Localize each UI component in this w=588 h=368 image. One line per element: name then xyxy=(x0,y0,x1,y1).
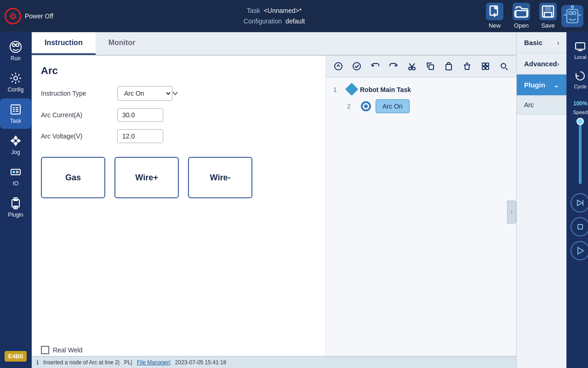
sidebar-io-label: IO xyxy=(13,180,19,187)
sidebar-left: Run Config Task xyxy=(0,32,32,368)
basic-label: Basic xyxy=(524,39,542,46)
toolbar-copy-button[interactable] xyxy=(422,58,438,74)
main-task-label: Robot Main Task xyxy=(360,86,411,93)
power-label: Power Off xyxy=(25,12,53,20)
plugin-chevron-icon: ⌄ xyxy=(554,81,559,89)
far-right-local[interactable]: Local xyxy=(567,37,588,63)
config-value: default xyxy=(285,16,305,26)
sidebar-item-run[interactable]: Run xyxy=(0,36,31,66)
arc-on-block[interactable]: Arc On xyxy=(376,99,410,113)
power-button[interactable]: ⏻ Power Off xyxy=(5,8,53,24)
center-panel: Instruction Monitor Arc Instruction Type… xyxy=(32,32,516,368)
far-right-panel: Local Cycle 100% Speed xyxy=(566,32,588,368)
task-info: Task <Unnamed>* Configuration default xyxy=(63,6,486,26)
toolbar-delete-button[interactable] xyxy=(459,58,475,74)
task-label: Task xyxy=(247,6,260,16)
advanced-chevron-icon: › xyxy=(557,60,559,68)
arc-item[interactable]: Arc xyxy=(517,96,566,115)
toolbar-search-button[interactable] xyxy=(496,58,512,74)
save-label: Save xyxy=(541,22,555,29)
power-icon: ⏻ xyxy=(5,8,21,24)
far-right-cycle[interactable]: Cycle xyxy=(567,66,588,93)
svg-point-14 xyxy=(571,6,574,8)
sidebar-item-task[interactable]: Task xyxy=(0,98,31,129)
save-button[interactable]: Save xyxy=(539,3,557,29)
instruction-type-row: Instruction Type Arc On Arc Off xyxy=(41,86,316,101)
diamond-container xyxy=(347,85,357,95)
instruction-type-select[interactable]: Arc On Arc Off xyxy=(117,86,172,101)
real-weld-checkbox[interactable] xyxy=(41,346,49,354)
sidebar-jog-label: Jog xyxy=(11,149,20,155)
instruction-form: Arc Instruction Type Arc On Arc Off Arc … xyxy=(32,56,326,368)
toolbar-cut-button[interactable] xyxy=(404,58,420,74)
arc-title: Arc xyxy=(41,65,316,77)
svg-point-19 xyxy=(16,44,19,46)
sidebar-item-config[interactable]: Config xyxy=(0,67,31,98)
svg-rect-11 xyxy=(569,12,572,14)
instruction-type-label: Instruction Type xyxy=(41,90,110,97)
local-label: Local xyxy=(574,54,586,60)
svg-point-39 xyxy=(353,63,360,70)
arc-on-circle xyxy=(361,101,371,111)
sidebar-run-label: Run xyxy=(11,55,21,62)
wire-plus-button[interactable]: Wire+ xyxy=(114,157,179,198)
basic-chevron-icon: › xyxy=(557,39,559,46)
toolbar-move-button[interactable] xyxy=(478,58,493,74)
arc-current-input[interactable] xyxy=(117,108,163,122)
toolbar-check-button[interactable] xyxy=(349,58,365,74)
svg-rect-57 xyxy=(578,224,582,229)
sidebar-item-jog[interactable]: Jog xyxy=(0,130,31,160)
tabs: Instruction Monitor xyxy=(32,32,516,56)
collapse-panel-button[interactable]: › xyxy=(507,201,516,224)
advanced-button[interactable]: Advanced › xyxy=(517,53,566,75)
plugin-label: Plugin xyxy=(524,81,545,89)
svg-point-51 xyxy=(501,63,506,68)
speed-slider-track[interactable] xyxy=(579,120,582,184)
sidebar-item-io[interactable]: IO xyxy=(0,161,31,191)
speed-section: 100% Speed xyxy=(573,100,588,186)
main-layout: Run Config Task xyxy=(0,32,588,368)
play-button[interactable] xyxy=(571,241,588,260)
gas-button[interactable]: Gas xyxy=(41,157,105,198)
new-button[interactable]: New xyxy=(486,3,503,29)
skip-forward-button[interactable] xyxy=(571,193,588,213)
config-label: Configuration xyxy=(244,16,282,26)
svg-rect-53 xyxy=(576,43,585,49)
svg-point-41 xyxy=(412,67,415,70)
header: ⏻ Power Off Task <Unnamed>* Configuratio… xyxy=(0,0,588,32)
speed-slider-thumb[interactable] xyxy=(577,118,584,125)
svg-rect-9 xyxy=(544,12,552,17)
tab-instruction[interactable]: Instruction xyxy=(32,32,96,55)
sidebar-task-label: Task xyxy=(10,118,22,124)
toolbar-undo-button[interactable] xyxy=(367,58,383,74)
line-number-2: 2 xyxy=(347,103,356,110)
file-manager-link[interactable]: File Manager| xyxy=(137,359,171,366)
sidebar-bottom: E4B5 xyxy=(5,351,27,364)
arc-voltage-label: Arc Voltage(V) xyxy=(41,132,110,140)
svg-rect-6 xyxy=(516,11,527,17)
arc-voltage-input[interactable] xyxy=(117,129,163,143)
open-button[interactable]: Open xyxy=(513,3,530,29)
control-buttons xyxy=(571,193,588,260)
svg-rect-12 xyxy=(573,12,576,14)
svg-rect-8 xyxy=(545,6,551,11)
arc-voltage-row: Arc Voltage(V) xyxy=(41,129,316,143)
stop-button[interactable] xyxy=(571,217,588,236)
tab-monitor[interactable]: Monitor xyxy=(96,32,148,55)
task-value: <Unnamed>* xyxy=(264,6,302,16)
wire-minus-button[interactable]: Wire- xyxy=(188,157,252,198)
robot-icon xyxy=(561,5,583,27)
toolbar-redo-button[interactable] xyxy=(386,58,401,74)
svg-point-30 xyxy=(12,171,15,173)
plugin-button[interactable]: Plugin ⌄ xyxy=(517,75,566,96)
toolbar-up-button[interactable] xyxy=(331,58,346,74)
svg-point-20 xyxy=(14,76,17,80)
svg-line-52 xyxy=(506,68,508,70)
task-line-2[interactable]: 2 Arc On xyxy=(347,99,509,113)
svg-point-28 xyxy=(14,139,17,143)
svg-point-40 xyxy=(409,67,411,70)
basic-button[interactable]: Basic › xyxy=(517,32,566,53)
sidebar-plugin-label: Plugin xyxy=(8,212,23,218)
sidebar-item-plugin[interactable]: Plugin xyxy=(0,192,31,223)
toolbar-paste-button[interactable] xyxy=(441,58,457,74)
